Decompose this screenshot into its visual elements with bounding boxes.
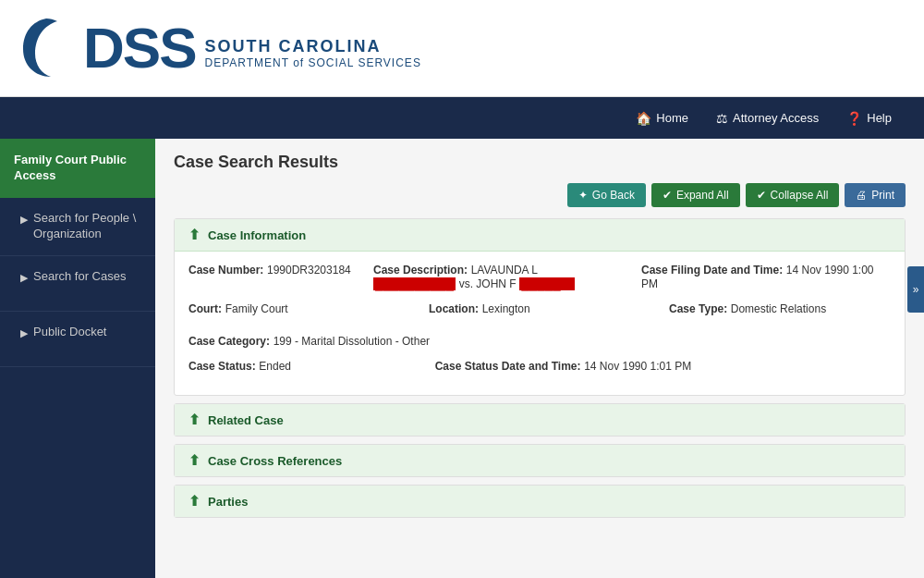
redacted-name-1: ██████████ xyxy=(373,277,456,290)
arrow-icon: ▶ xyxy=(20,271,28,284)
collapse-all-label: Collapse All xyxy=(771,189,829,202)
chevron-up-icon: ⬆ xyxy=(188,227,201,243)
case-filing-label: Case Filing Date and Time: xyxy=(641,264,783,277)
case-type-label: Case Type: xyxy=(669,302,727,315)
sidebar-section-title: Family Court Public Access xyxy=(0,139,155,198)
case-info-row-2: Court: Family Court Location: Lexington … xyxy=(188,301,891,348)
logo-subtitle: SOUTH CAROLINA DEPARTMENT of SOCIAL SERV… xyxy=(204,37,420,69)
arrow-icon: ▶ xyxy=(20,326,28,339)
case-category-value-text: 199 - Marital Dissolution - Other xyxy=(274,335,430,348)
print-button[interactable]: 🖨 Print xyxy=(845,183,906,207)
case-status-date-cell: Case Status Date and Time: 14 Nov 1990 1… xyxy=(435,359,891,373)
page-title: Case Search Results xyxy=(174,153,906,172)
case-information-panel: ⬆ Case Information Case Number: 1990DR32… xyxy=(174,218,906,396)
sidebar: Family Court Public Access ▶ Search for … xyxy=(0,139,155,578)
expand-all-button[interactable]: ✔ Expand All xyxy=(651,183,740,207)
sidebar-item-label: Search for Cases xyxy=(33,269,126,285)
help-icon: ❓ xyxy=(846,111,862,126)
case-info-row-1: Case Number: 1990DR3203184 Case Descript… xyxy=(188,263,891,290)
sidebar-item-search-cases[interactable]: ▶ Search for Cases xyxy=(0,256,155,312)
logo-text: DSS SOUTH CAROLINA DEPARTMENT of SOCIAL … xyxy=(83,19,421,77)
nav-attorney-label: Attorney Access xyxy=(733,111,819,125)
nav-attorney[interactable]: ⚖ Attorney Access xyxy=(702,97,833,139)
collapse-all-button[interactable]: ✔ Collapse All xyxy=(746,183,840,207)
nav-help-label: Help xyxy=(867,111,892,125)
parties-panel: ⬆ Parties xyxy=(174,485,906,518)
print-label: Print xyxy=(871,189,894,202)
court-label: Court: xyxy=(188,302,222,315)
redacted-name-2: █████ xyxy=(519,277,575,290)
case-category-label: Case Category: xyxy=(188,335,270,348)
logo-dss: DSS xyxy=(83,19,195,77)
chevron-right-icon: » xyxy=(913,283,919,296)
action-bar: ✦ Go Back ✔ Expand All ✔ Collapse All 🖨 … xyxy=(174,183,906,207)
chevron-icon: ⬆ xyxy=(188,412,201,428)
arrow-icon: ▶ xyxy=(20,213,28,226)
case-desc-vs: vs. JOHN F xyxy=(459,277,517,290)
location-label: Location: xyxy=(429,302,479,315)
go-back-label: Go Back xyxy=(592,189,635,202)
case-status-date-label: Case Status Date and Time: xyxy=(435,360,581,373)
dss-logo-moon-icon xyxy=(18,14,69,83)
logo-dept: DEPARTMENT of SOCIAL SERVICES xyxy=(204,56,420,69)
navbar: 🏠 Home ⚖ Attorney Access ❓ Help xyxy=(0,97,924,139)
nav-home[interactable]: 🏠 Home xyxy=(622,97,702,139)
case-type-value-text: Domestic Relations xyxy=(731,302,826,315)
expand-icon: ✔ xyxy=(663,189,672,202)
case-desc-part1-text: LAVAUNDA L xyxy=(471,264,538,277)
related-case-panel: ⬆ Related Case xyxy=(174,403,906,437)
chevron-icon: ⬆ xyxy=(188,493,201,510)
case-number-label: Case Number: xyxy=(188,264,263,277)
case-status-cell: Case Status: Ended xyxy=(188,359,417,373)
parties-title: Parties xyxy=(208,495,248,509)
logo-sc: SOUTH CAROLINA xyxy=(204,37,420,56)
related-case-title: Related Case xyxy=(208,413,284,427)
case-description-cell: Case Description: LAVAUNDA L ██████████ … xyxy=(373,263,623,290)
sidebar-item-search-people[interactable]: ▶ Search for People \ Organization xyxy=(0,198,155,256)
case-description-label: Case Description: xyxy=(373,264,468,277)
case-status-date-value-text: 14 Nov 1990 1:01 PM xyxy=(584,360,691,373)
case-number-cell: Case Number: 1990DR3203184 xyxy=(188,263,355,290)
expand-all-label: Expand All xyxy=(676,189,729,202)
layout: Family Court Public Access ▶ Search for … xyxy=(0,139,924,578)
sidebar-item-label: Public Docket xyxy=(33,325,106,340)
go-back-icon: ✦ xyxy=(578,189,588,202)
parties-header[interactable]: ⬆ Parties xyxy=(175,486,905,517)
case-information-body: Case Number: 1990DR3203184 Case Descript… xyxy=(175,252,905,395)
home-icon: 🏠 xyxy=(636,111,651,126)
case-cross-references-title: Case Cross References xyxy=(208,454,342,468)
nav-help[interactable]: ❓ Help xyxy=(833,97,906,139)
court-cell: Court: Family Court xyxy=(188,301,410,315)
case-info-row-3: Case Status: Ended Case Status Date and … xyxy=(188,359,891,373)
case-cross-references-panel: ⬆ Case Cross References xyxy=(174,444,906,477)
header: DSS SOUTH CAROLINA DEPARTMENT of SOCIAL … xyxy=(0,0,924,97)
sidebar-item-public-docket[interactable]: ▶ Public Docket xyxy=(0,312,155,367)
case-cross-references-header[interactable]: ⬆ Case Cross References xyxy=(175,445,905,476)
main-content: Case Search Results ✦ Go Back ✔ Expand A… xyxy=(155,139,924,578)
case-category-cell: Case Category: 199 - Marital Dissolution… xyxy=(188,334,891,348)
case-information-title: Case Information xyxy=(208,228,306,242)
location-value-text: Lexington xyxy=(482,302,530,315)
scales-icon: ⚖ xyxy=(716,111,728,126)
chevron-icon: ⬆ xyxy=(188,452,201,469)
case-status-label: Case Status: xyxy=(188,360,256,373)
related-case-header[interactable]: ⬆ Related Case xyxy=(175,404,905,436)
location-cell: Location: Lexington xyxy=(429,301,650,315)
print-icon: 🖨 xyxy=(856,189,867,202)
go-back-button[interactable]: ✦ Go Back xyxy=(567,183,646,207)
court-value-text: Family Court xyxy=(225,302,288,315)
case-type-cell: Case Type: Domestic Relations xyxy=(669,301,891,315)
nav-home-label: Home xyxy=(656,111,688,125)
case-filing-cell: Case Filing Date and Time: 14 Nov 1990 1… xyxy=(641,263,891,290)
collapse-icon: ✔ xyxy=(757,189,766,202)
case-number-value-text: 1990DR3203184 xyxy=(267,264,351,277)
case-information-header[interactable]: ⬆ Case Information xyxy=(175,219,905,252)
sidebar-item-label: Search for People \ Organization xyxy=(33,211,141,242)
right-panel-toggle[interactable]: » xyxy=(907,266,924,313)
case-status-value-text: Ended xyxy=(259,360,291,373)
